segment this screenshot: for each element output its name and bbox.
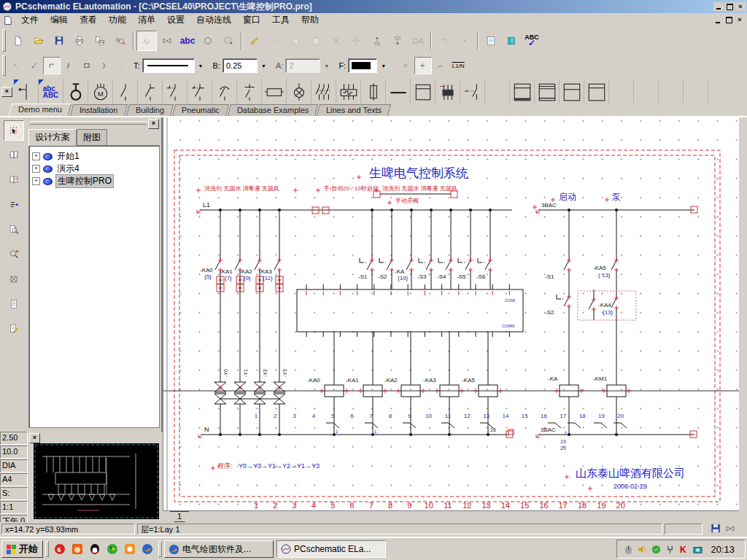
paste-button[interactable] bbox=[306, 31, 326, 51]
symbol-box-c[interactable] bbox=[560, 79, 584, 104]
mdi-minimize-button[interactable] bbox=[713, 16, 723, 25]
symbol-motor-starter[interactable] bbox=[436, 79, 460, 104]
menu-item-6[interactable]: 设置 bbox=[161, 12, 190, 28]
symbol-tab-pneumatic[interactable]: Pneumatic bbox=[172, 104, 229, 116]
symbol-limit-no[interactable] bbox=[163, 79, 187, 104]
database-button[interactable] bbox=[501, 31, 522, 51]
menu-item-4[interactable]: 功能 bbox=[103, 12, 132, 28]
quicklaunch-grip[interactable] bbox=[45, 541, 49, 557]
toolbar-grip[interactable] bbox=[2, 55, 6, 76]
ql-media-icon[interactable]: 6 bbox=[53, 542, 66, 556]
tray-plug-icon[interactable] bbox=[665, 544, 676, 555]
menu-item-7[interactable]: 自动连线 bbox=[190, 12, 237, 28]
symbol-tab-building[interactable]: Building bbox=[126, 104, 174, 116]
symbol-wire-junction[interactable] bbox=[14, 79, 39, 104]
move-down-button[interactable] bbox=[387, 31, 408, 51]
menu-item-10[interactable]: 帮助 bbox=[295, 12, 325, 28]
symbol-toolbar-close-icon[interactable]: × bbox=[1, 87, 12, 97]
move-up-button[interactable] bbox=[367, 31, 387, 51]
taskbar-task-pcschematic[interactable]: PCschematic ELa... bbox=[276, 540, 386, 558]
symbol-tab-lines-and-texts[interactable]: Lines and Texts bbox=[317, 104, 391, 116]
menu-item-2[interactable]: 编辑 bbox=[44, 12, 74, 28]
symbol-empty-b[interactable] bbox=[609, 79, 634, 104]
symbol-tab-installation[interactable]: Installation bbox=[70, 104, 128, 116]
color-combo[interactable]: F: ▼ bbox=[338, 58, 390, 73]
junction-toggle[interactable] bbox=[414, 57, 432, 74]
tray-camera-icon[interactable] bbox=[692, 544, 703, 555]
parallel-lines-toggle[interactable] bbox=[397, 57, 414, 74]
taskbar-task-browser[interactable]: 电气绘图软件及... bbox=[164, 540, 274, 558]
arc-tool[interactable] bbox=[96, 57, 113, 74]
line-type-value[interactable] bbox=[142, 58, 195, 73]
symbol-box-b[interactable] bbox=[535, 79, 560, 104]
undo-button[interactable] bbox=[434, 31, 454, 51]
tree-expand-icon[interactable]: + bbox=[32, 165, 40, 173]
setting-cell-3[interactable]: DIA bbox=[0, 459, 28, 472]
wire-jump-toggle[interactable] bbox=[432, 57, 449, 74]
project-tab-1[interactable]: 设计方案 bbox=[28, 129, 77, 146]
page-preview-thumbnail[interactable] bbox=[34, 443, 159, 519]
line-type-dropdown[interactable]: ▼ bbox=[195, 58, 207, 73]
setting-cell-2[interactable]: 10.0 bbox=[0, 446, 28, 459]
print-page-button[interactable] bbox=[90, 31, 110, 51]
symbol-terminal-box[interactable] bbox=[411, 79, 436, 104]
symbol-tab-database-examples[interactable]: Database Examples bbox=[228, 104, 318, 116]
symbol-pushbutton[interactable] bbox=[237, 79, 262, 104]
area-tool-button[interactable] bbox=[218, 31, 239, 51]
title-bar[interactable]: PCschematic ELautomation - [C:\PCSEL40\P… bbox=[0, 0, 747, 13]
angle-combo[interactable]: A: 2 ▼ bbox=[276, 58, 333, 73]
tree-item-3[interactable]: +生啤控制PRO bbox=[32, 175, 156, 187]
zoom-off-button[interactable] bbox=[4, 269, 24, 289]
preview-close-icon[interactable]: × bbox=[29, 433, 40, 443]
open-button[interactable] bbox=[28, 31, 49, 51]
new-button[interactable] bbox=[8, 31, 28, 51]
line-width-dropdown[interactable]: ▼ bbox=[258, 58, 270, 73]
tree-expand-icon[interactable]: + bbox=[32, 152, 40, 160]
find-symbol-button[interactable] bbox=[110, 31, 131, 51]
minimize-button[interactable] bbox=[713, 2, 724, 11]
tree-expand-icon[interactable]: + bbox=[32, 177, 40, 185]
restore-button[interactable] bbox=[724, 2, 735, 11]
zoom-in-button[interactable] bbox=[4, 244, 24, 265]
symbol-box-a[interactable] bbox=[510, 79, 535, 104]
symbol-contact-nc[interactable] bbox=[138, 79, 163, 104]
zoom-page-button[interactable] bbox=[4, 219, 24, 240]
corner-line-tool[interactable] bbox=[43, 57, 61, 74]
line-type-combo[interactable]: T: ▼ bbox=[133, 58, 207, 73]
print-button[interactable] bbox=[69, 31, 90, 51]
symbol-thermal-relay[interactable] bbox=[336, 79, 361, 104]
setting-cell-6[interactable]: 1:1 bbox=[0, 501, 28, 514]
symbol-contactor[interactable] bbox=[212, 79, 237, 104]
ql-parrot-icon[interactable] bbox=[106, 542, 119, 556]
tree-item-2[interactable]: +演示4 bbox=[32, 163, 156, 175]
symbol-three-pole-contact[interactable] bbox=[311, 79, 336, 104]
angle-value[interactable]: 2 bbox=[285, 58, 320, 73]
menu-item-1[interactable]: 文件 bbox=[15, 12, 44, 28]
ql-qq-icon[interactable] bbox=[88, 542, 101, 556]
page-edit-button[interactable] bbox=[4, 319, 24, 339]
symbol-empty-c[interactable] bbox=[634, 79, 659, 104]
circles-tool-button[interactable] bbox=[198, 31, 218, 51]
angle-line-tool[interactable] bbox=[26, 57, 43, 74]
page-browse-button[interactable] bbox=[4, 145, 24, 166]
ql-firefox-icon[interactable] bbox=[141, 542, 154, 556]
setting-cell-1[interactable]: 2.50 bbox=[0, 432, 28, 445]
symbol-contact-no[interactable] bbox=[113, 79, 138, 104]
schematic-canvas[interactable]: 生啤电气控制系统清洗剂 无菌水 消毒液 无菌风手/自动20 / 10秒启动清洗剂… bbox=[163, 117, 739, 510]
ql-360-icon[interactable] bbox=[123, 542, 136, 556]
setting-cell-4[interactable]: A4 bbox=[0, 473, 28, 486]
triangle-tool[interactable] bbox=[113, 57, 131, 74]
save-button[interactable] bbox=[49, 31, 69, 51]
project-panel-close-icon[interactable]: × bbox=[148, 119, 159, 129]
symbol-text[interactable]: abcABC bbox=[39, 79, 63, 104]
symbols-tool-button[interactable] bbox=[157, 31, 177, 51]
copy-button[interactable] bbox=[285, 31, 306, 51]
symbol-tab-demo-menu[interactable]: Demo menu bbox=[9, 104, 71, 116]
close-button[interactable]: × bbox=[735, 2, 746, 11]
move-button[interactable] bbox=[347, 31, 367, 51]
symbol-coil[interactable] bbox=[262, 79, 287, 104]
goto-list-button[interactable] bbox=[4, 195, 24, 215]
symbol-empty-d[interactable] bbox=[659, 79, 684, 104]
menu-item-5[interactable]: 清单 bbox=[132, 12, 161, 28]
tray-mouse-icon[interactable] bbox=[623, 544, 634, 555]
